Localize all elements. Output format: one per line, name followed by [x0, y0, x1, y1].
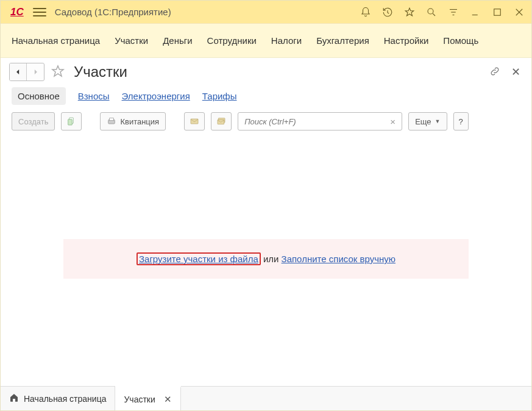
subtab-tariffs[interactable]: Тарифы: [202, 91, 237, 101]
copy-button[interactable]: [61, 112, 82, 130]
empty-state: Загрузите участки из файла или Заполните…: [1, 239, 531, 279]
bottom-tab-close-icon[interactable]: ✕: [160, 394, 172, 405]
bottom-tab-home-label: Начальная страница: [24, 394, 106, 404]
nav-buttons: [9, 63, 44, 81]
chevron-down-icon: ▼: [435, 118, 441, 124]
menu-item-taxes[interactable]: Налоги: [271, 35, 302, 46]
content-area: Участки ✕ Основное Взносы Электроэнергия…: [1, 58, 531, 386]
favorite-star-icon[interactable]: [51, 64, 65, 80]
bottom-bar: Начальная страница Участки ✕: [1, 386, 531, 410]
svg-rect-5: [110, 118, 114, 121]
receipt-button-label: Квитанция: [120, 117, 159, 126]
main-menu-icon[interactable]: [33, 7, 46, 18]
search-input[interactable]: [243, 116, 388, 127]
mail-button[interactable]: [184, 112, 205, 130]
load-from-file-link[interactable]: Загрузите участки из файла: [139, 254, 258, 264]
search-icon[interactable]: [425, 6, 438, 18]
menu-item-plots[interactable]: Участки: [115, 35, 148, 46]
search-clear-icon[interactable]: ×: [388, 116, 398, 127]
mail-multi-button[interactable]: [211, 112, 232, 130]
more-button-label: Еще: [415, 117, 431, 126]
svg-rect-1: [494, 9, 501, 15]
bell-icon[interactable]: [360, 6, 372, 18]
titlebar-right: [360, 6, 525, 18]
maximize-icon[interactable]: [491, 6, 503, 18]
menu-item-accounting[interactable]: Бухгалтерия: [316, 35, 369, 46]
empty-state-message: Загрузите участки из файла или Заполните…: [63, 239, 469, 279]
menu-item-employees[interactable]: Сотрудники: [207, 35, 257, 46]
page-close-icon[interactable]: ✕: [509, 63, 523, 81]
search-box[interactable]: ×: [238, 112, 402, 130]
fill-manually-link[interactable]: Заполните список вручную: [282, 254, 395, 264]
subtab-fees[interactable]: Взносы: [78, 91, 110, 101]
history-icon[interactable]: [381, 6, 394, 18]
titlebar-left: 1С Садовод (1С:Предприятие): [10, 6, 171, 18]
page-title: Участки: [74, 63, 127, 80]
menu-item-money[interactable]: Деньги: [163, 35, 192, 46]
menu-item-home[interactable]: Начальная страница: [12, 35, 100, 46]
subtab-main[interactable]: Основное: [12, 87, 66, 105]
close-icon[interactable]: [513, 6, 525, 18]
bottom-tab-home[interactable]: Начальная страница: [1, 387, 115, 410]
toolbar: Создать Квитанция × Еще ▼: [1, 112, 531, 135]
filter-icon[interactable]: [447, 6, 459, 18]
minimize-icon[interactable]: [469, 6, 481, 18]
more-button[interactable]: Еще ▼: [408, 112, 447, 130]
subtab-electricity[interactable]: Электроэнергия: [122, 91, 190, 101]
empty-middle-text: или: [261, 254, 282, 264]
page-header: Участки ✕: [1, 58, 531, 84]
nav-back-button[interactable]: [10, 63, 27, 80]
window-title: Садовод (1С:Предприятие): [55, 7, 171, 17]
receipt-button[interactable]: Квитанция: [100, 112, 166, 130]
bottom-tab-plots-label: Участки: [124, 395, 155, 404]
main-menu: Начальная страница Участки Деньги Сотруд…: [1, 24, 531, 58]
titlebar: 1С Садовод (1С:Предприятие): [1, 1, 531, 24]
create-button[interactable]: Создать: [12, 112, 55, 130]
nav-forward-button[interactable]: [27, 63, 44, 80]
menu-item-settings[interactable]: Настройки: [384, 35, 429, 46]
sub-tabs: Основное Взносы Электроэнергия Тарифы: [1, 84, 531, 112]
bottom-tab-plots[interactable]: Участки ✕: [115, 386, 180, 410]
home-icon: [9, 393, 19, 404]
svg-rect-3: [68, 120, 73, 125]
svg-rect-6: [191, 119, 198, 124]
app-logo: 1С: [10, 6, 24, 18]
menu-item-help[interactable]: Помощь: [443, 35, 478, 46]
help-button[interactable]: ?: [453, 112, 469, 130]
link-copy-icon[interactable]: [487, 63, 503, 81]
svg-point-0: [428, 9, 433, 14]
star-icon[interactable]: [403, 6, 416, 18]
